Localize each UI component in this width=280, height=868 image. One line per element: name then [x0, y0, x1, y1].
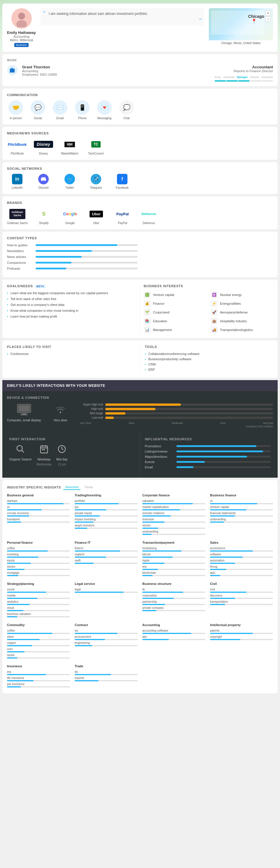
map-controls[interactable]: + −	[266, 10, 271, 22]
chart-high: High end	[80, 407, 273, 410]
speed-fast: Fast	[220, 422, 225, 425]
kw-apis: apis	[210, 571, 273, 575]
kw-analytics: analytics	[7, 600, 70, 603]
emily-interactions-title: EMILY'S LIKELY INTERACTIONS WITH YOUR WE…	[7, 383, 273, 388]
kw-underwriting-bf: underwriting	[210, 518, 273, 521]
avatar-section: Emily Hathaway Accounting Metro, Millenn…	[7, 8, 36, 47]
resources-title: INFLUENTIAL RESOURCES	[145, 437, 271, 441]
insight-inversion: inversion	[142, 518, 205, 523]
interaction-weekday: Weekday Wednesday	[36, 444, 51, 466]
kw-financial-statements: financial statements	[210, 512, 273, 515]
content-howto-track	[36, 244, 138, 246]
interest-management-icon: 📊	[144, 326, 151, 333]
insight-analytics: analytics	[7, 600, 70, 605]
kw-fintech: fintech	[75, 547, 138, 550]
insights-grid: Business general startups vc circular ec…	[7, 493, 273, 689]
interest-education-icon: 📚	[144, 317, 151, 324]
social-twitter: 🐦 Twitter	[60, 174, 80, 189]
speed-veryslow: Very Slow	[80, 422, 91, 425]
insight-circular: circular economy	[7, 512, 70, 517]
goal-3: Get access to a company's client data	[7, 303, 137, 307]
device-card: DEVICE & CONNECTION Computer, small disp…	[2, 391, 278, 433]
interest-management-label: Management	[153, 328, 172, 332]
weekday-label: Weekday	[37, 458, 51, 461]
resource-events-fill	[176, 461, 205, 463]
insight-investing-pf: investing	[7, 553, 70, 558]
tool-crm: CRM	[145, 363, 273, 366]
col-business-general: Business general startups vc circular ec…	[7, 493, 70, 536]
comm-messaging: 💌 Messaging	[96, 100, 113, 120]
insight-swift: swift	[75, 559, 138, 564]
insight-valuation: valuation	[142, 499, 205, 504]
col-trading-title: Trading/investing	[75, 493, 138, 497]
job-title: Accountant	[215, 65, 273, 69]
kw-bizval: business valuation	[7, 612, 70, 616]
interest-aerospace-icon: 🚀	[211, 309, 218, 316]
tab-views[interactable]: Views	[83, 485, 95, 490]
map-zoom-out[interactable]: −	[266, 17, 271, 22]
col-legal: Legal service legal	[75, 582, 138, 619]
resource-email-label: Email	[145, 465, 174, 469]
resource-maps-fill	[176, 456, 247, 458]
interaction-midday: Mid day 12 pm	[56, 444, 68, 466]
insight-blockchain: blockchain	[142, 571, 205, 576]
brand-uber: Uber Uber	[86, 208, 106, 225]
kw-mktcap: market capitalization	[142, 505, 205, 509]
interest-finance-icon: 💰	[144, 300, 151, 307]
uber-logo: Uber	[88, 208, 105, 220]
first-interaction-panel: FIRST INTERACTION Organic Search	[5, 433, 140, 475]
communication-grid: 🤝 In person 💬 Social ✉️ Email 📱 Phone 💌 …	[7, 100, 273, 120]
tool-collab: Collaboration/conferencing software	[145, 352, 273, 355]
map-pin: 📍	[251, 19, 257, 24]
tab-searches[interactable]: Searches	[63, 485, 80, 490]
comm-chat-label: Chat	[124, 117, 130, 120]
content-podcasts-label: Podcasts	[7, 267, 33, 270]
resource-events-track	[176, 461, 271, 463]
brand-paypal: PayPal PayPal	[112, 208, 133, 225]
profile-name: Emily Hathaway	[7, 30, 36, 35]
col-trading: Trading/investing portfolio ipo private …	[75, 493, 138, 536]
insight-discovery: discovery	[210, 594, 273, 599]
social-card: SOCIAL NETWORKS in LinkedIn Discord 🐦 Tw…	[2, 162, 278, 194]
comm-social: 💬 Social	[29, 100, 47, 120]
insight-fintech: fintech	[75, 547, 138, 552]
goal-4: Know what companies is elon musk investi…	[7, 309, 137, 312]
col-trade: Trade ita exports	[75, 664, 138, 689]
social-linkedin: in LinkedIn	[7, 174, 27, 189]
content-newsletters-label: Newsletters	[7, 249, 33, 253]
interest-hospitality-label: Hospitality industry	[220, 319, 247, 323]
comm-messaging-label: Messaging	[97, 117, 111, 120]
mid-track	[105, 412, 273, 414]
avatar	[11, 8, 32, 29]
kw-llc: llc	[142, 588, 205, 591]
insight-regtech: regtech	[75, 553, 138, 558]
insight-vc-bf: vc	[210, 499, 273, 504]
tool-erp: ERP	[145, 368, 273, 371]
col-transaction: Transaction/payment fundraising bitcoin …	[142, 541, 205, 577]
insight-corporation: corporation	[142, 594, 205, 599]
kw-ipo: ipo	[75, 505, 138, 509]
emily-interactions-header: EMILY'S LIKELY INTERACTIONS WITH YOUR WE…	[2, 380, 278, 391]
content-podcasts-track	[36, 268, 138, 269]
disney-logo: Disney	[35, 138, 52, 150]
kw-automation: automation	[210, 559, 273, 562]
connection-chart: Super high end High end Mid range	[80, 403, 273, 428]
social-title: SOCIAL NETWORKS	[7, 167, 273, 170]
map-zoom-in[interactable]: +	[266, 10, 271, 16]
comm-inperson: 🤝 In person	[7, 100, 25, 120]
kw-erp-ins: erp	[7, 670, 70, 674]
kw-discovery: discovery	[210, 594, 273, 597]
kw-erp-tp: erp	[142, 565, 205, 568]
col-sales-title: Sales	[210, 541, 273, 544]
work-details: Grant Thornton Accounting Employees: 500…	[22, 65, 210, 76]
interest-management: 📊 Management	[144, 326, 206, 333]
media-card: MEDIA/NEWS SOURCES PitchBook PitchBook D…	[2, 127, 278, 160]
content-howto-label: How-to guides	[7, 243, 33, 247]
speed-slow: Slow	[129, 422, 135, 425]
svg-line-9	[22, 450, 24, 453]
influential-resources-panel: INFLUENTIAL RESOURCES Promotions Listing…	[140, 433, 276, 475]
career-director: Director	[250, 76, 259, 79]
kw-pet-ins: pet insurance	[7, 682, 70, 686]
resource-promotions-label: Promotions	[145, 444, 174, 448]
interest-energy-icon: ⚡	[211, 300, 218, 307]
